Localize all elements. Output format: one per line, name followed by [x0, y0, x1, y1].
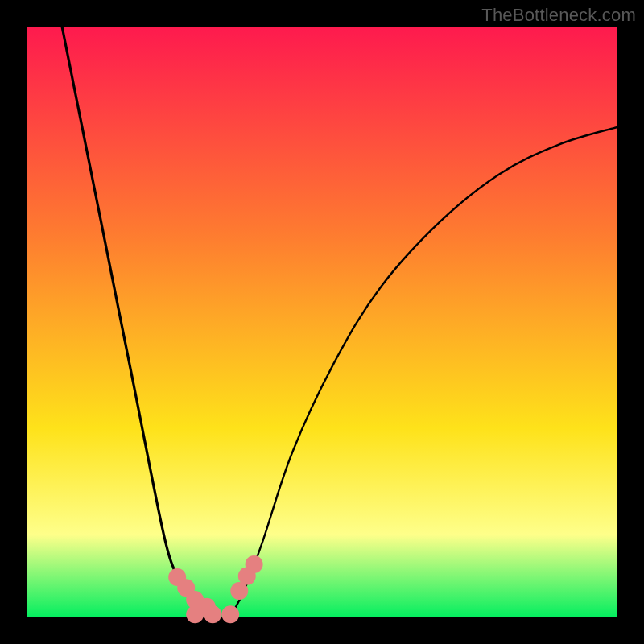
chart-svg [0, 0, 644, 644]
marker-dot [221, 605, 239, 623]
watermark-text: TheBottleneck.com [481, 5, 636, 26]
chart-frame: TheBottleneck.com [0, 0, 644, 644]
plot-background [27, 27, 617, 617]
marker-dot [186, 605, 204, 623]
marker-dot [246, 555, 263, 573]
marker-dot [204, 605, 221, 623]
